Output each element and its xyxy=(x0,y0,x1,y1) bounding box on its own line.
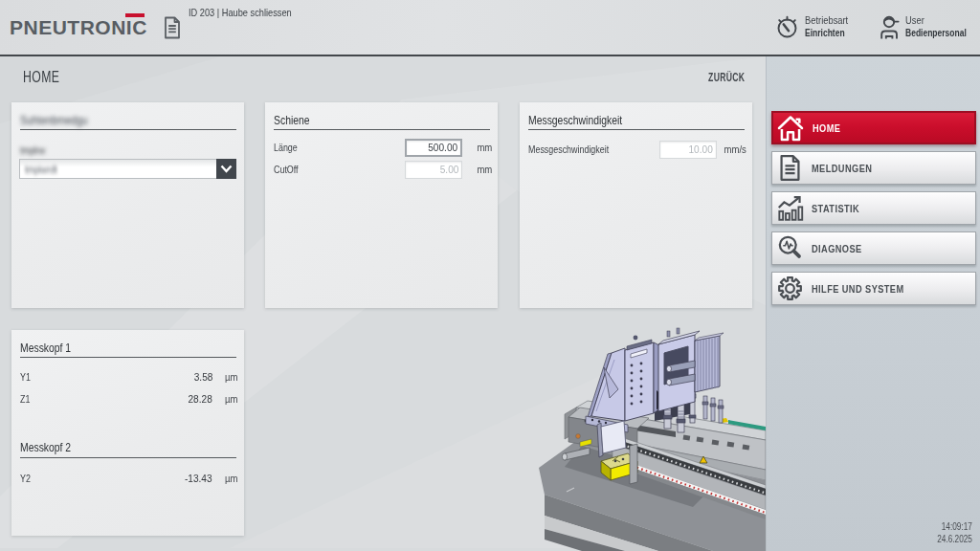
laenge-input[interactable]: 500.00 xyxy=(405,139,462,157)
laenge-label: Länge xyxy=(274,139,303,157)
panel-profile: Suhtenbmedgu tmplrw tmpiwrdt xyxy=(11,102,244,308)
panel-messgeschwindigkeit-title: Messgeschwindigkeit xyxy=(528,113,745,127)
back-button[interactable]: ZURÜCK xyxy=(670,71,745,84)
menu-item-label: HOME xyxy=(813,122,846,134)
page-title: HOME xyxy=(23,68,74,87)
cutoff-label: CutOff xyxy=(274,161,304,179)
panel-rule xyxy=(274,129,490,130)
profile-dropdown-value: tmpiwrdt xyxy=(19,159,216,179)
statistics-icon xyxy=(773,192,806,225)
logo-text: PNEUTRONIC xyxy=(10,16,147,39)
z1-label: Z1 xyxy=(20,390,33,408)
panel-rule xyxy=(20,457,236,458)
user-value: Bedienpersonal xyxy=(905,27,980,39)
logo-red-bar xyxy=(125,13,145,17)
messgeschwindigkeit-unit: mm/s xyxy=(718,141,746,159)
messgeschwindigkeit-input[interactable]: 10.00 xyxy=(659,141,717,159)
clock-date: 24.6.2025 xyxy=(925,533,972,545)
menu-item-label: STATISTIK xyxy=(812,203,869,214)
panel-rule xyxy=(528,129,745,130)
z1-unit: µm xyxy=(210,390,238,408)
panel-messkopf: Messkopf 1 Y1 3.58 µm Z1 28.28 µm Messko… xyxy=(11,330,244,536)
clock-time: 14:09:17 xyxy=(925,520,972,533)
panel-rule xyxy=(20,357,236,358)
gear-icon xyxy=(773,273,806,305)
panel-schiene-title: Schiene xyxy=(274,113,490,127)
panel-profile-title: Suhtenbmedgu xyxy=(20,113,236,127)
operating-mode-label: Betriebsart xyxy=(805,14,858,27)
panel-schiene: Schiene Länge 500.00 mm CutOff 5.00 mm xyxy=(265,102,498,308)
menu-item-diagnose[interactable]: DIAGNOSE xyxy=(771,231,976,265)
menu-item-home[interactable]: HOME xyxy=(771,111,976,144)
home-icon xyxy=(774,112,807,144)
hmi-screen: PNEUTRONIC ID 203 | Haube schliessen Bet… xyxy=(0,0,980,551)
clock: 14:09:17 24.6.2025 xyxy=(925,520,972,545)
machine-status-text: ID 203 | Haube schliessen xyxy=(189,7,311,18)
profile-field-label: tmplrw xyxy=(20,142,51,160)
menu-item-statistik[interactable]: STATISTIK xyxy=(771,191,976,225)
y2-unit: µm xyxy=(210,470,238,488)
y1-unit: µm xyxy=(210,368,238,386)
machine-illustration xyxy=(532,321,766,551)
diagnose-icon xyxy=(773,232,806,265)
y2-value: -13.43 xyxy=(181,470,212,488)
operating-mode[interactable]: Betriebsart Einrichten xyxy=(805,14,858,39)
cutoff-input[interactable]: 5.00 xyxy=(405,161,462,179)
menu-item-hilfe[interactable]: HILFE UND SYSTEM xyxy=(771,272,976,305)
y1-label: Y1 xyxy=(20,368,33,386)
panel-messgeschwindigkeit: Messgeschwindigkeit Messgeschwindigkeit … xyxy=(520,102,752,308)
messkopf2-title: Messkopf 2 xyxy=(20,440,236,454)
laenge-unit: mm xyxy=(463,139,492,157)
messkopf1-title: Messkopf 1 xyxy=(20,341,236,355)
user-info[interactable]: User Bedienpersonal xyxy=(905,14,980,39)
menu-item-label: DIAGNOSE xyxy=(812,243,872,254)
cutoff-unit: mm xyxy=(463,161,492,179)
panel-rule xyxy=(20,129,236,130)
sidebar-menu: HOME MELDUNGEN xyxy=(771,111,976,312)
user-icon[interactable] xyxy=(880,14,902,45)
document-icon[interactable] xyxy=(163,16,182,43)
user-label: User xyxy=(905,14,980,27)
document-icon xyxy=(773,152,806,185)
operating-mode-icon[interactable] xyxy=(776,15,798,43)
y2-label: Y2 xyxy=(20,470,33,488)
chevron-down-icon[interactable] xyxy=(216,159,236,179)
menu-item-label: HILFE UND SYSTEM xyxy=(812,283,922,295)
header: PNEUTRONIC ID 203 | Haube schliessen Bet… xyxy=(0,0,980,56)
operating-mode-value: Einrichten xyxy=(805,27,858,39)
messgeschwindigkeit-label: Messgeschwindigkeit xyxy=(528,141,628,159)
z1-value: 28.28 xyxy=(185,390,212,408)
menu-item-meldungen[interactable]: MELDUNGEN xyxy=(771,151,976,185)
menu-item-label: MELDUNGEN xyxy=(812,163,883,174)
profile-dropdown[interactable]: tmpiwrdt xyxy=(19,159,236,179)
